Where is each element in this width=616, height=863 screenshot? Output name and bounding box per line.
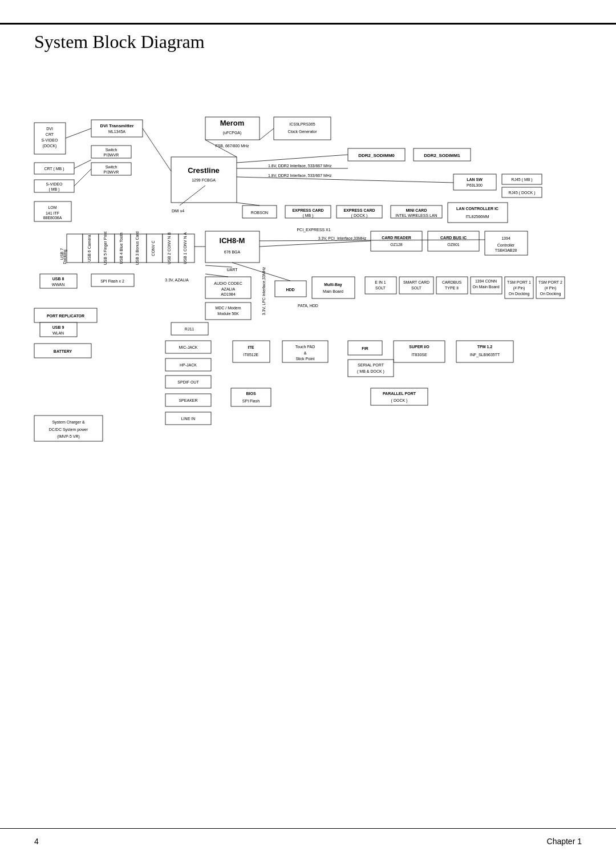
svg-line-186: [260, 128, 274, 140]
svg-text:CARDBUS: CARDBUS: [442, 280, 462, 284]
svg-text:TSM PORT 2: TSM PORT 2: [538, 280, 562, 284]
page-title: System Block Diagram: [34, 31, 205, 53]
svg-text:1394 CONN: 1394 CONN: [475, 279, 497, 283]
svg-rect-58: [448, 203, 508, 223]
svg-text:1.8V, DDR2 Interface, 533/667 : 1.8V, DDR2 Interface, 533/667 MHz: [268, 174, 332, 178]
svg-text:676 BGA: 676 BGA: [224, 250, 241, 254]
svg-line-197: [205, 274, 228, 277]
svg-text:88E8036A: 88E8036A: [43, 216, 62, 220]
svg-line-191: [237, 203, 260, 205]
svg-text:CONV C: CONV C: [151, 240, 155, 256]
svg-text:(# Pin): (# Pin): [513, 286, 525, 291]
svg-text:SPI Flash x 2: SPI Flash x 2: [100, 279, 124, 283]
svg-text:( MB & DOCK ): ( MB & DOCK ): [357, 369, 384, 374]
svg-text:USB 3 Bonus Card: USB 3 Bonus Card: [135, 231, 139, 265]
svg-text:(DOCK): (DOCK): [43, 144, 57, 148]
svg-text:DC/DC System power: DC/DC System power: [49, 428, 88, 432]
svg-text:On Main Board: On Main Board: [472, 285, 499, 289]
svg-text:EXPRESS CARD: EXPRESS CARD: [292, 208, 323, 212]
svg-text:SPEAKER: SPEAKER: [179, 398, 197, 402]
svg-text:MDC / Modem: MDC / Modem: [215, 306, 241, 310]
svg-rect-86: [428, 231, 479, 251]
svg-text:Switch: Switch: [106, 148, 117, 152]
svg-text:1299 FCBGA: 1299 FCBGA: [192, 178, 216, 182]
svg-text:RJ11: RJ11: [185, 327, 194, 331]
svg-text:DMI x4: DMI x4: [172, 209, 184, 213]
svg-text:&: &: [304, 351, 307, 355]
svg-text:Docking: Docking: [63, 249, 67, 264]
svg-text:PCI_EXPRESS X1: PCI_EXPRESS X1: [297, 228, 330, 232]
svg-text:( DOCK ): ( DOCK ): [351, 213, 368, 218]
svg-text:(# Pin): (# Pin): [545, 286, 557, 291]
svg-line-182: [143, 128, 171, 171]
bottom-border: [0, 828, 616, 829]
svg-text:System Charger &: System Charger &: [52, 420, 85, 425]
svg-text:LAN SW: LAN SW: [467, 178, 483, 182]
svg-text:PI3WVR: PI3WVR: [104, 170, 119, 174]
svg-text:MIC-JACK: MIC-JACK: [179, 345, 197, 349]
svg-rect-35: [453, 174, 496, 190]
svg-text:BIOS: BIOS: [246, 392, 256, 396]
svg-text:141 ITF: 141 ITF: [46, 211, 59, 215]
svg-text:SMART CARD: SMART CARD: [403, 280, 429, 284]
svg-text:SPI Flash: SPI Flash: [242, 399, 260, 403]
svg-text:SERIAL PORT: SERIAL PORT: [358, 363, 384, 367]
svg-text:USB 5 Finger Print: USB 5 Finger Print: [103, 232, 108, 265]
svg-text:S-VIDEO: S-VIDEO: [46, 182, 63, 186]
svg-rect-159: [456, 341, 513, 362]
svg-text:( MB ): ( MB ): [302, 213, 313, 218]
svg-rect-164: [348, 360, 394, 377]
svg-rect-116: [399, 277, 433, 294]
svg-rect-119: [436, 277, 468, 294]
svg-text:IT830SE: IT830SE: [411, 353, 427, 357]
svg-text:SUPER I/O: SUPER I/O: [409, 345, 429, 349]
block-diagram-svg: text { font-family: Arial, Helvetica, sa…: [29, 63, 587, 508]
svg-text:HP-JACK: HP-JACK: [180, 363, 197, 367]
top-border: [0, 23, 616, 25]
svg-text:CRT ( MB ): CRT ( MB ): [44, 167, 64, 171]
svg-line-184: [74, 169, 91, 186]
svg-text:LINE IN: LINE IN: [181, 417, 196, 421]
footer-page-number: 4: [34, 837, 39, 846]
svg-line-183: [74, 160, 91, 168]
svg-text:INTEL WIRELESS LAN: INTEL WIRELESS LAN: [395, 213, 437, 217]
svg-text:IT8512E: IT8512E: [244, 353, 259, 357]
svg-text:USB 6 Camera: USB 6 Camera: [87, 235, 91, 261]
svg-line-185: [205, 140, 237, 157]
svg-text:PI3WVR: PI3WVR: [104, 153, 119, 157]
svg-text:P63L300: P63L300: [467, 183, 483, 187]
svg-text:DVI Transmitter: DVI Transmitter: [100, 123, 133, 128]
svg-line-187: [237, 155, 348, 163]
svg-text:Main Board: Main Board: [323, 289, 343, 293]
svg-text:AUDIO CODEC: AUDIO CODEC: [214, 281, 242, 285]
svg-text:(uFCPGA): (uFCPGA): [223, 131, 242, 135]
svg-text:Module 56K: Module 56K: [217, 312, 239, 316]
svg-rect-156: [394, 341, 445, 362]
svg-line-181: [66, 128, 91, 138]
svg-text:3.3V, AZALIA: 3.3V, AZALIA: [165, 278, 189, 282]
svg-text:RJ45 ( MB ): RJ45 ( MB ): [511, 178, 532, 182]
svg-text:FSB, 667/800 MHz: FSB, 667/800 MHz: [215, 144, 249, 148]
svg-text:DDR2_SODIMM1: DDR2_SODIMM1: [424, 153, 460, 158]
svg-text:SOLT: SOLT: [411, 286, 422, 290]
svg-text:CARD BUS IC: CARD BUS IC: [440, 236, 467, 240]
svg-text:On Docking: On Docking: [540, 292, 561, 296]
svg-text:SOLT: SOLT: [375, 286, 386, 290]
svg-text:DDR2_SODIMM0: DDR2_SODIMM0: [358, 153, 395, 158]
svg-rect-169: [231, 388, 271, 406]
svg-text:Touch PAD: Touch PAD: [295, 345, 315, 349]
svg-rect-113: [365, 277, 396, 294]
svg-text:BATTERY: BATTERY: [54, 349, 72, 353]
svg-text:ITL82566MM: ITL82566MM: [465, 215, 489, 219]
svg-text:On Docking: On Docking: [509, 292, 530, 296]
svg-text:FIR: FIR: [362, 346, 368, 350]
footer-chapter: Chapter 1: [547, 837, 582, 846]
svg-text:PATA, HDD: PATA, HDD: [298, 304, 318, 308]
svg-text:ICH8-M: ICH8-M: [220, 236, 245, 245]
svg-rect-174: [371, 388, 428, 405]
svg-text:Stick Point: Stick Point: [295, 357, 314, 361]
svg-text:UART: UART: [227, 268, 238, 272]
svg-text:EXPRESS CARD: EXPRESS CARD: [343, 208, 375, 212]
svg-text:CRT: CRT: [46, 132, 54, 136]
svg-text:AZALIA: AZALIA: [221, 287, 235, 291]
